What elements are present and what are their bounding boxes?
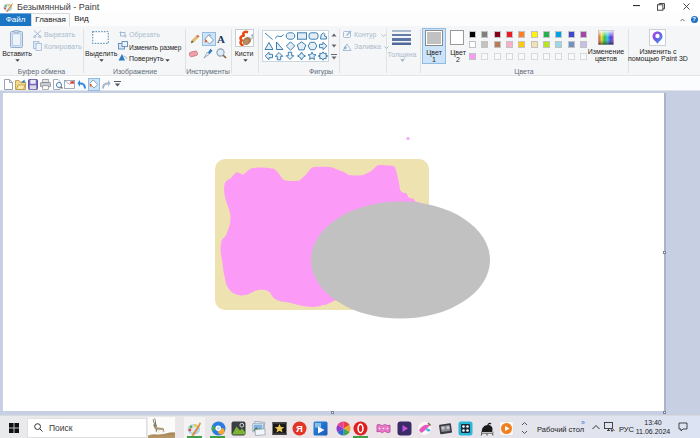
svg-text:Я: Я — [296, 423, 303, 434]
